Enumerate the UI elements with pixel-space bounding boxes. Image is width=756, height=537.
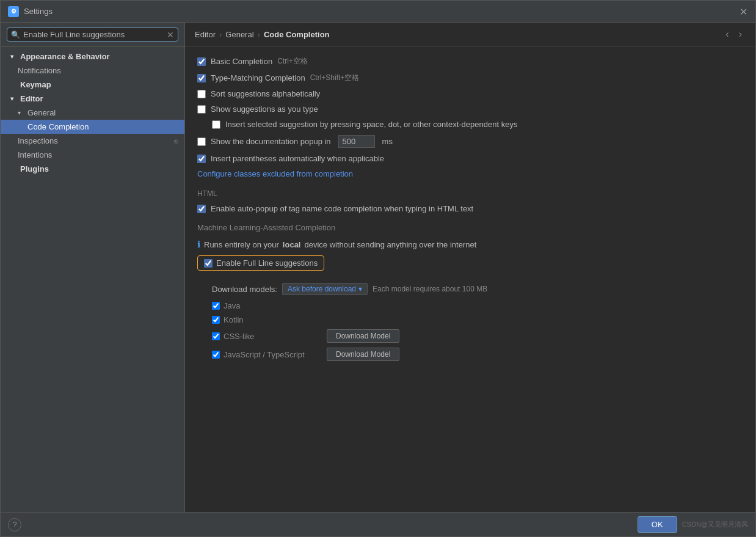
show-typing-label[interactable]: Show suggestions as you type <box>197 104 318 114</box>
doc-popup-input[interactable] <box>338 135 375 148</box>
sidebar-item-code-completion[interactable]: Code Completion <box>1 120 184 134</box>
forward-button[interactable]: › <box>735 27 746 41</box>
lang-java-row: Java <box>212 301 743 310</box>
breadcrumb: Editor › General › Code Completion <box>195 30 330 39</box>
lang-kotlin-label[interactable]: Kotlin <box>212 315 322 324</box>
type-matching-shortcut: Ctrl+Shift+空格 <box>310 73 360 83</box>
ml-info-row: ℹ Runs entirely on your local device wit… <box>197 239 743 249</box>
settings-tree: ▾ Appearance & Behavior Notifications Ke… <box>1 47 184 512</box>
doc-popup-row: Show the documentation popup in ms <box>197 135 743 148</box>
type-matching-checkbox[interactable] <box>197 74 206 82</box>
download-hint: Each model requires about 100 MB <box>373 285 487 293</box>
sidebar-item-inspections[interactable]: Inspections ⎋ <box>1 134 184 148</box>
sidebar-item-plugins[interactable]: Plugins <box>1 162 184 176</box>
insert-space-text: Insert selected suggestion by pressing s… <box>225 120 517 129</box>
lang-css-row: CSS-like Download Model <box>212 329 743 343</box>
breadcrumb-bar: Editor › General › Code Completion ‹ › <box>185 23 755 46</box>
lang-js-text: JavaScript / TypeScript <box>224 350 305 359</box>
download-model-js-label: Download Model <box>336 350 390 359</box>
sidebar-item-editor[interactable]: ▾ Editor <box>1 92 184 106</box>
clear-search-button[interactable]: ✕ <box>167 31 174 39</box>
doc-popup-unit: ms <box>382 137 393 146</box>
insert-parens-text: Insert parentheses automatically when ap… <box>211 154 384 163</box>
lang-kotlin-checkbox[interactable] <box>212 316 220 324</box>
nav-buttons: ‹ › <box>722 27 746 41</box>
insert-parens-checkbox[interactable] <box>197 155 206 163</box>
basic-completion-text: Basic Completion <box>211 57 272 66</box>
close-button[interactable]: ✕ <box>740 7 748 16</box>
lang-java-text: Java <box>224 301 240 310</box>
sidebar-item-label: General <box>27 108 56 117</box>
sidebar-item-label: Appearance & Behavior <box>20 52 110 61</box>
search-icon: 🔍 <box>11 31 20 39</box>
download-model-css-button[interactable]: Download Model <box>327 329 399 343</box>
lang-js-label[interactable]: JavaScript / TypeScript <box>212 350 322 359</box>
ask-before-download-dropdown[interactable]: Ask before download ▾ <box>282 283 368 295</box>
insert-space-checkbox[interactable] <box>212 120 220 129</box>
lang-java-label[interactable]: Java <box>212 301 322 310</box>
sidebar-item-intentions[interactable]: Intentions <box>1 148 184 162</box>
sidebar-item-label: Keymap <box>20 80 51 89</box>
lang-js-checkbox[interactable] <box>212 351 220 359</box>
lang-css-checkbox[interactable] <box>212 332 220 340</box>
html-popup-checkbox[interactable] <box>197 205 206 213</box>
expand-arrow: ▾ <box>18 109 25 116</box>
download-model-css-label: Download Model <box>336 332 390 340</box>
type-matching-label[interactable]: Type-Matching Completion Ctrl+Shift+空格 <box>197 73 359 83</box>
sidebar-item-notifications[interactable]: Notifications <box>1 64 184 78</box>
breadcrumb-sep2: › <box>258 30 260 39</box>
insert-space-label[interactable]: Insert selected suggestion by pressing s… <box>212 120 517 129</box>
ml-info-text-1: Runs entirely on your <box>204 240 279 249</box>
lang-java-checkbox[interactable] <box>212 302 220 310</box>
breadcrumb-editor: Editor <box>195 30 216 39</box>
basic-completion-checkbox[interactable] <box>197 57 206 66</box>
sidebar-item-label: Inspections <box>18 136 58 145</box>
breadcrumb-general: General <box>225 30 253 39</box>
html-popup-label[interactable]: Enable auto-popup of tag name code compl… <box>197 204 473 213</box>
basic-completion-row: Basic Completion Ctrl+空格 <box>197 56 743 67</box>
watermark: CSDN@又见明月清风 <box>682 520 748 529</box>
window-title: Settings <box>24 7 740 16</box>
main-content: Editor › General › Code Completion ‹ › <box>185 23 755 512</box>
search-box: 🔍 ✕ <box>1 23 184 47</box>
search-wrapper[interactable]: 🔍 ✕ <box>7 27 178 42</box>
sidebar-item-label: Editor <box>20 94 43 103</box>
sort-alpha-label[interactable]: Sort suggestions alphabetically <box>197 89 320 98</box>
enable-full-line-checkbox[interactable] <box>204 259 213 268</box>
back-button[interactable]: ‹ <box>722 27 732 41</box>
ml-section-header: Machine Learning-Assisted Completion <box>197 223 743 232</box>
chevron-down-icon: ▾ <box>358 285 362 293</box>
sidebar-item-label: Code Completion <box>27 122 89 131</box>
configure-link[interactable]: Configure classes excluded from completi… <box>197 169 353 178</box>
basic-completion-label[interactable]: Basic Completion Ctrl+空格 <box>197 56 308 67</box>
sidebar-item-keymap[interactable]: Keymap <box>1 78 184 92</box>
show-typing-checkbox[interactable] <box>197 105 206 114</box>
sidebar: 🔍 ✕ ▾ Appearance & Behavior Notification… <box>1 23 185 512</box>
doc-popup-text: Show the documentation popup in <box>211 137 331 146</box>
external-link-icon: ⎋ <box>174 137 178 145</box>
sort-alpha-checkbox[interactable] <box>197 90 206 98</box>
download-model-js-button[interactable]: Download Model <box>327 348 399 361</box>
content-area: 🔍 ✕ ▾ Appearance & Behavior Notification… <box>1 23 755 512</box>
info-icon: ℹ <box>197 239 200 249</box>
doc-popup-checkbox[interactable] <box>197 137 206 146</box>
sidebar-item-label: Intentions <box>18 150 52 159</box>
sidebar-item-label: Plugins <box>20 164 49 174</box>
enable-full-line-wrapper[interactable]: Enable Full Line suggestions <box>197 255 324 271</box>
expand-arrow: ▾ <box>10 53 18 60</box>
expand-arrow: ▾ <box>10 95 18 102</box>
sidebar-item-general[interactable]: ▾ General <box>1 106 184 120</box>
help-button[interactable]: ? <box>8 518 21 532</box>
type-matching-row: Type-Matching Completion Ctrl+Shift+空格 <box>197 73 743 83</box>
html-section-label: HTML <box>197 189 743 198</box>
lang-css-label[interactable]: CSS-like <box>212 332 322 341</box>
insert-space-row: Insert selected suggestion by pressing s… <box>212 120 743 129</box>
sort-alpha-row: Sort suggestions alphabetically <box>197 89 743 98</box>
window-controls: ✕ <box>740 7 748 16</box>
doc-popup-label[interactable]: Show the documentation popup in <box>197 137 331 146</box>
search-input[interactable] <box>23 30 164 39</box>
breadcrumb-current: Code Completion <box>264 30 330 39</box>
ok-button[interactable]: OK <box>638 516 677 533</box>
insert-parens-label[interactable]: Insert parentheses automatically when ap… <box>197 154 384 163</box>
sidebar-item-appearance[interactable]: ▾ Appearance & Behavior <box>1 49 184 64</box>
